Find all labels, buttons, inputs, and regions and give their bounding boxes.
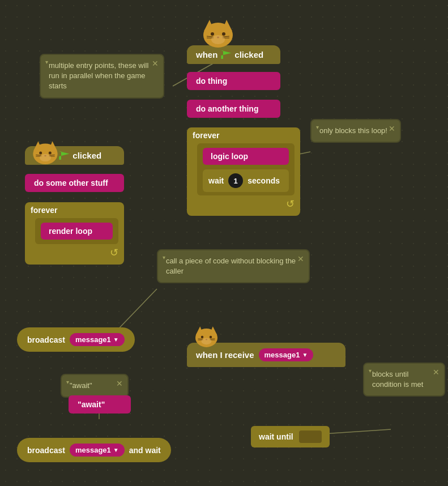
forever-block-main: forever logic loop wait 1 seconds ↺ xyxy=(187,127,300,216)
broadcast-and-wait[interactable]: broadcast message1 ▼ and wait xyxy=(17,438,171,462)
message-label: message1 xyxy=(75,335,111,344)
broadcast-label: broadcast xyxy=(27,335,65,344)
svg-point-30 xyxy=(201,336,204,339)
broadcast-and-wait-label: broadcast xyxy=(27,446,65,455)
forever-block-left: forever render loop ↺ xyxy=(25,202,124,265)
svg-point-19 xyxy=(39,152,42,155)
cat-sprite-receive xyxy=(194,324,219,351)
svg-point-20 xyxy=(49,152,52,155)
note-no-blocking-text: call a piece of code without blocking th… xyxy=(166,257,296,275)
note-only-close-icon[interactable]: ✕ xyxy=(389,123,395,135)
action-do-another-label: do another thing xyxy=(196,104,258,113)
wait-number[interactable]: 1 xyxy=(228,173,243,188)
svg-point-31 xyxy=(210,336,212,339)
note-close-icon[interactable]: ✕ xyxy=(152,58,159,70)
event-clicked-label: clicked xyxy=(234,50,263,59)
note-only-blocks-text: only blocks this loop! xyxy=(319,126,387,135)
wait-label: wait xyxy=(208,176,224,185)
receive-message-label: message1 xyxy=(264,351,300,359)
logic-loop-block[interactable]: logic loop xyxy=(203,148,289,165)
note-handle-icon: ▾ xyxy=(45,58,48,66)
wait-seconds-label: seconds xyxy=(248,176,280,185)
svg-point-26 xyxy=(40,154,51,161)
forever-label-left: forever xyxy=(31,206,118,215)
flag-icon-main xyxy=(221,50,231,59)
note-handle-icon5: ▾ xyxy=(369,367,372,375)
note-handle-icon2: ▾ xyxy=(316,123,319,131)
note-parallel-text: multiple entry points, these will run in… xyxy=(49,61,148,90)
await-label: "await" xyxy=(78,400,105,409)
cat-sprite-left xyxy=(31,139,59,168)
action-do-thing[interactable]: do thing xyxy=(187,72,280,90)
note-handle-icon3: ▾ xyxy=(163,254,165,262)
receive-when-label: when I receive xyxy=(196,350,254,360)
broadcast-wait-pill[interactable]: message1 ▼ xyxy=(70,444,125,457)
action-do-another-thing[interactable]: do another thing xyxy=(187,100,280,118)
render-loop-block[interactable]: render loop xyxy=(41,223,113,240)
broadcast-no-wait[interactable]: broadcast message1 ▼ xyxy=(17,327,135,352)
cat-sprite-main xyxy=(201,17,235,52)
await-action-block[interactable]: "await" xyxy=(69,395,131,413)
wait-until-block[interactable]: wait until xyxy=(251,426,330,447)
note-only-blocks: ▾ ✕ only blocks this loop! xyxy=(310,119,401,143)
note-await-close-icon[interactable]: ✕ xyxy=(116,378,123,390)
svg-point-9 xyxy=(222,32,225,36)
note-await-text: "await" xyxy=(70,381,92,390)
svg-point-15 xyxy=(211,35,225,44)
render-loop-label: render loop xyxy=(49,227,92,236)
forever-label-main: forever xyxy=(193,131,295,140)
action-do-other-stuff[interactable]: do some other stuff xyxy=(25,174,124,192)
forever-refresh-icon: ↺ xyxy=(193,198,295,210)
svg-point-8 xyxy=(211,32,214,36)
note-parallel: ▾ ✕ multiple entry points, these will ru… xyxy=(40,54,164,99)
wait-seconds-block[interactable]: wait 1 seconds xyxy=(203,169,289,192)
note-no-blocking: ▾ ✕ call a piece of code without blockin… xyxy=(157,249,310,283)
action-do-thing-label: do thing xyxy=(196,76,227,86)
event-clicked-label-left: clicked xyxy=(72,151,101,160)
broadcast-wait-msg-label: message1 xyxy=(75,446,111,454)
receive-message-pill[interactable]: message1 ▼ xyxy=(259,348,314,361)
and-wait-label: and wait xyxy=(129,446,161,455)
svg-point-37 xyxy=(202,338,212,344)
note-blocks-until-text: blocks until condition is met xyxy=(372,370,423,389)
action-do-other-label: do some other stuff xyxy=(34,178,108,187)
broadcast-wait-dropdown-icon[interactable]: ▼ xyxy=(113,447,119,453)
note-await: ▾ ✕ "await" xyxy=(61,374,129,398)
bool-slot xyxy=(299,430,322,443)
note-blocks-until: ▾ ✕ blocks until condition is met xyxy=(363,363,445,397)
note-no-blocking-close-icon[interactable]: ✕ xyxy=(297,254,304,265)
forever-left-refresh-icon: ↺ xyxy=(31,246,118,259)
receive-dropdown-icon[interactable]: ▼ xyxy=(302,352,308,358)
note-handle-icon4: ▾ xyxy=(66,378,69,386)
wait-until-label: wait until xyxy=(259,432,293,441)
logic-loop-label: logic loop xyxy=(211,152,248,161)
flag-icon-left xyxy=(59,151,69,160)
message-pill-broadcast[interactable]: message1 ▼ xyxy=(70,333,125,346)
note-blocks-until-close-icon[interactable]: ✕ xyxy=(433,367,440,378)
dropdown-icon[interactable]: ▼ xyxy=(113,336,119,343)
